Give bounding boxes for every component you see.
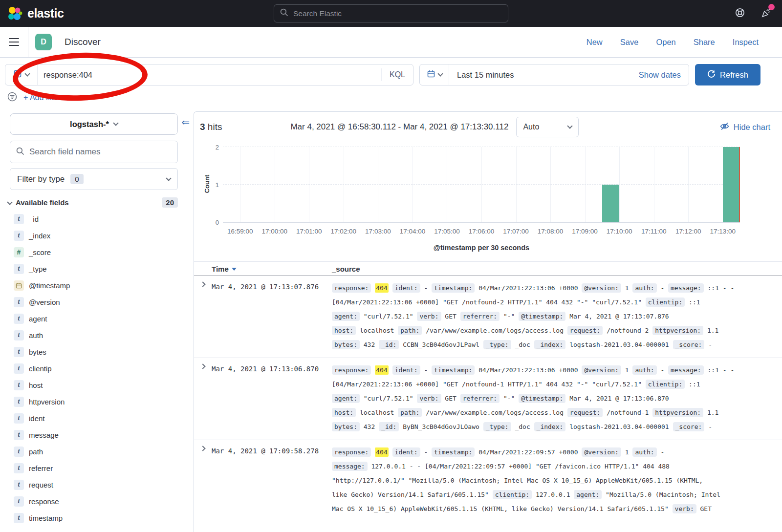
hide-chart-button[interactable]: Hide chart bbox=[720, 122, 770, 133]
index-pattern-select[interactable]: logstash-* bbox=[10, 113, 178, 135]
field-item-message[interactable]: tmessage bbox=[0, 426, 194, 443]
field-value: Mar 4, 2021 @ 17:13:06.870 bbox=[569, 395, 669, 402]
field-item-response[interactable]: tresponse bbox=[0, 493, 194, 510]
field-search-input[interactable]: Search field names bbox=[10, 141, 178, 163]
field-value: - bbox=[708, 423, 712, 430]
field-type-icon-string: t bbox=[14, 314, 24, 324]
field-type-icon-string: t bbox=[14, 231, 24, 241]
refresh-button[interactable]: Refresh bbox=[695, 64, 760, 85]
histogram-bar[interactable] bbox=[723, 147, 740, 222]
table-row: Mar 4, 2021 @ 17:13:07.876response: 404 … bbox=[194, 276, 782, 358]
filter-by-type-select[interactable]: Filter by type 0 bbox=[10, 168, 178, 190]
current-time-marker bbox=[739, 147, 740, 222]
help-icon[interactable] bbox=[734, 7, 746, 21]
field-item-clientip[interactable]: tclientip bbox=[0, 360, 194, 377]
menu-icon[interactable] bbox=[0, 27, 28, 57]
field-item-_id[interactable]: t_id bbox=[0, 211, 194, 227]
field-item-_type[interactable]: t_type bbox=[0, 260, 194, 277]
collapse-sidebar-icon[interactable]: ⇐ bbox=[181, 116, 190, 128]
field-type-icon-string: t bbox=[14, 363, 24, 374]
global-search-input[interactable]: Search Elastic bbox=[274, 4, 508, 22]
available-fields-header[interactable]: Available fields 20 bbox=[8, 197, 178, 208]
filter-icon[interactable] bbox=[7, 91, 18, 104]
field-value: - bbox=[660, 366, 664, 374]
save-button[interactable]: Save bbox=[620, 38, 639, 47]
histogram-bar[interactable] bbox=[602, 185, 619, 222]
field-item-bytes[interactable]: tbytes bbox=[0, 343, 194, 360]
field-name: @version bbox=[29, 298, 60, 306]
horizontal-gridline bbox=[223, 147, 740, 147]
field-item-@version[interactable]: t@version bbox=[0, 294, 194, 310]
field-value: GET bbox=[445, 395, 456, 402]
new-button[interactable]: New bbox=[586, 38, 603, 47]
x-tick-label: 17:03:00 bbox=[365, 228, 391, 235]
field-key: response: bbox=[332, 283, 371, 293]
time-column-header[interactable]: Time bbox=[212, 265, 229, 273]
time-range-value[interactable]: Last 15 minutes bbox=[449, 70, 514, 80]
field-item-referrer[interactable]: treferrer bbox=[0, 460, 194, 476]
field-item-path[interactable]: tpath bbox=[0, 443, 194, 460]
expand-row-button[interactable] bbox=[194, 445, 212, 516]
sort-descending-icon[interactable] bbox=[232, 268, 237, 271]
field-name: path bbox=[29, 447, 43, 456]
field-value: - bbox=[424, 284, 428, 292]
date-quick-select-button[interactable] bbox=[420, 64, 449, 85]
vertical-gridline bbox=[240, 147, 240, 222]
histogram-chart: Count 012 16:59:0017:00:0017:01:0017:02:… bbox=[194, 142, 782, 261]
open-button[interactable]: Open bbox=[656, 38, 675, 47]
expand-row-button[interactable] bbox=[194, 363, 212, 434]
source-column-header: _source bbox=[332, 265, 360, 273]
plot-area: 012 bbox=[223, 147, 740, 223]
date-picker: Last 15 minutes Show dates bbox=[419, 64, 689, 85]
field-key: verb: bbox=[417, 394, 441, 403]
histogram-interval-select[interactable]: Auto bbox=[516, 117, 579, 137]
field-name: host bbox=[29, 381, 43, 389]
field-item-httpversion[interactable]: thttpversion bbox=[0, 393, 194, 410]
news-icon[interactable] bbox=[760, 7, 772, 21]
show-dates-button[interactable]: Show dates bbox=[639, 70, 689, 80]
field-item-agent[interactable]: tagent bbox=[0, 310, 194, 327]
field-value: localhost bbox=[360, 327, 394, 334]
field-value: "-" bbox=[503, 313, 515, 320]
field-item-@timestamp[interactable]: @timestamp bbox=[0, 277, 194, 294]
query-input[interactable]: response:404 bbox=[38, 70, 381, 80]
field-value: 1 bbox=[625, 366, 629, 374]
elastic-logo-icon[interactable] bbox=[7, 5, 23, 22]
field-item-auth[interactable]: tauth bbox=[0, 327, 194, 343]
vertical-gridline bbox=[516, 147, 517, 222]
field-value: - bbox=[660, 284, 664, 292]
field-value: /var/www/example.com/logs/access.log bbox=[426, 409, 564, 416]
row-time: Mar 4, 2021 @ 17:09:58.278 bbox=[212, 445, 332, 516]
highlighted-value: 404 bbox=[375, 365, 388, 375]
field-key: referrer: bbox=[460, 312, 500, 321]
field-key: host: bbox=[332, 408, 356, 417]
field-key: message: bbox=[332, 462, 368, 471]
expand-row-button[interactable] bbox=[194, 281, 212, 352]
field-value: [04/Mar/2021:22:13:06 +0000] "GET /notfo… bbox=[332, 381, 642, 388]
field-item-_score[interactable]: #_score bbox=[0, 244, 194, 260]
field-item-request[interactable]: trequest bbox=[0, 476, 194, 493]
field-key: request: bbox=[567, 408, 603, 417]
share-button[interactable]: Share bbox=[694, 38, 715, 47]
vertical-gridline bbox=[275, 147, 275, 222]
field-item-timestamp[interactable]: ttimestamp bbox=[0, 510, 194, 526]
field-type-icon-string: t bbox=[14, 463, 24, 473]
add-filter-button[interactable]: + Add filter bbox=[23, 93, 61, 102]
field-item-_index[interactable]: t_index bbox=[0, 227, 194, 244]
vertical-gridline bbox=[619, 147, 620, 222]
field-value: _doc bbox=[515, 423, 530, 430]
discover-app-badge[interactable]: D bbox=[35, 34, 52, 50]
field-key: @version: bbox=[582, 283, 621, 293]
field-type-icon-string: t bbox=[14, 447, 24, 457]
query-language-button[interactable]: KQL bbox=[381, 68, 413, 81]
field-item-host[interactable]: thost bbox=[0, 377, 194, 393]
field-value: GET bbox=[700, 505, 712, 512]
inspect-button[interactable]: Inspect bbox=[733, 38, 759, 47]
saved-query-menu-button[interactable] bbox=[5, 64, 38, 85]
y-tick-label: 0 bbox=[196, 219, 219, 226]
field-item-ident[interactable]: tident bbox=[0, 410, 194, 426]
field-value: 432 bbox=[364, 423, 375, 430]
field-key: @version: bbox=[582, 447, 621, 457]
field-type-icon-string: t bbox=[14, 380, 24, 390]
vertical-gridline bbox=[309, 147, 309, 222]
